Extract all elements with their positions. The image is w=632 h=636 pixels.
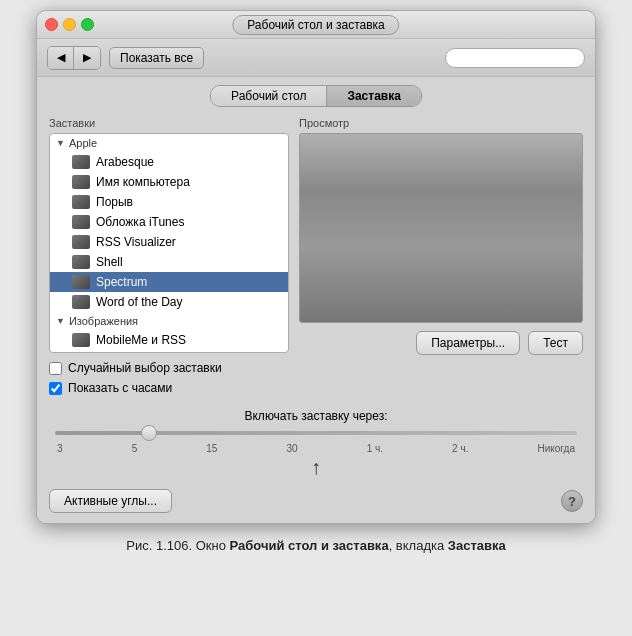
slider-container: 3 5 15 30 1 ч. 2 ч. Никогда	[49, 431, 583, 454]
left-panel: Заставки ▼ Apple Arabesque Имя компьютер…	[49, 117, 289, 355]
tab-bar: Рабочий стол Заставка	[37, 77, 595, 107]
traffic-lights	[45, 18, 94, 31]
list-item[interactable]: Имя компьютера	[50, 172, 288, 192]
screensaver-list[interactable]: ▼ Apple Arabesque Имя компьютера Порыв	[49, 133, 289, 353]
title-bar: Рабочий стол и заставка	[37, 11, 595, 39]
close-button[interactable]	[45, 18, 58, 31]
toolbar: ◀ ▶ Показать все	[37, 39, 595, 77]
clock-checkbox[interactable]	[49, 382, 62, 395]
item-icon	[72, 175, 90, 189]
random-label: Случайный выбор заставки	[68, 361, 222, 375]
caption-bold-title: Рабочий стол и заставка	[230, 538, 389, 553]
group-apple[interactable]: ▼ Apple	[50, 134, 288, 152]
item-icon	[72, 235, 90, 249]
list-item[interactable]: Arabesque	[50, 152, 288, 172]
slider-thumb[interactable]	[141, 425, 157, 441]
screensavers-label: Заставки	[49, 117, 289, 129]
triangle-icon: ▼	[56, 316, 65, 326]
slider-label: Включать заставку через:	[49, 409, 583, 423]
list-item[interactable]: Обложка iTunes	[50, 212, 288, 232]
active-corners-button[interactable]: Активные углы...	[49, 489, 172, 513]
item-icon	[72, 155, 90, 169]
content-columns: Заставки ▼ Apple Arabesque Имя компьютер…	[49, 117, 583, 355]
caption-normal2: , вкладка	[389, 538, 448, 553]
list-item[interactable]: Порыв	[50, 192, 288, 212]
checkbox-random: Случайный выбор заставки	[49, 361, 583, 375]
item-icon	[72, 255, 90, 269]
title-bar-center: Рабочий стол и заставка	[232, 15, 399, 35]
tab-desktop[interactable]: Рабочий стол	[211, 86, 327, 106]
test-button[interactable]: Тест	[528, 331, 583, 355]
content: Заставки ▼ Apple Arabesque Имя компьютер…	[37, 107, 595, 523]
group-images[interactable]: ▼ Изображения	[50, 312, 288, 330]
list-item[interactable]: MobileMe и RSS	[50, 330, 288, 350]
figure-caption: Рис. 1.106. Окно Рабочий стол и заставка…	[126, 536, 506, 556]
list-item[interactable]: Word of the Day	[50, 292, 288, 312]
search-box[interactable]	[445, 48, 585, 68]
slider-track	[55, 431, 577, 435]
caption-normal1: Окно	[192, 538, 229, 553]
random-checkbox[interactable]	[49, 362, 62, 375]
triangle-icon: ▼	[56, 138, 65, 148]
item-icon	[72, 333, 90, 347]
slider-arrow-indicator: ↑	[49, 456, 583, 479]
params-button[interactable]: Параметры...	[416, 331, 520, 355]
tab-screensaver[interactable]: Заставка	[327, 86, 420, 106]
maximize-button[interactable]	[81, 18, 94, 31]
caption-bold-tab: Заставка	[448, 538, 506, 553]
item-icon	[72, 195, 90, 209]
right-panel: Просмотр Параметры... Тест	[299, 117, 583, 355]
nav-buttons: ◀ ▶	[47, 46, 101, 70]
item-icon	[72, 275, 90, 289]
list-item[interactable]: RSS Visualizer	[50, 232, 288, 252]
minimize-button[interactable]	[63, 18, 76, 31]
forward-button[interactable]: ▶	[74, 47, 100, 69]
window-title: Рабочий стол и заставка	[232, 15, 399, 35]
slider-ticks: 3 5 15 30 1 ч. 2 ч. Никогда	[55, 443, 577, 454]
checkbox-clock: Показать с часами	[49, 381, 583, 395]
caption-prefix: Рис. 1.106.	[126, 538, 192, 553]
preview-buttons: Параметры... Тест	[299, 331, 583, 355]
bottom-area: Активные углы... ?	[49, 489, 583, 513]
search-input[interactable]	[454, 52, 576, 64]
back-button[interactable]: ◀	[48, 47, 74, 69]
item-icon	[72, 215, 90, 229]
slider-section: Включать заставку через: 3 5 15 30 1 ч. …	[49, 409, 583, 479]
tabs-container: Рабочий стол Заставка	[210, 85, 422, 107]
preferences-window: Рабочий стол и заставка ◀ ▶ Показать все…	[36, 10, 596, 524]
preview-area	[299, 133, 583, 323]
item-icon	[72, 295, 90, 309]
show-all-button[interactable]: Показать все	[109, 47, 204, 69]
clock-label: Показать с часами	[68, 381, 172, 395]
help-button[interactable]: ?	[561, 490, 583, 512]
list-item[interactable]: Shell	[50, 252, 288, 272]
preview-label: Просмотр	[299, 117, 583, 129]
list-item-selected[interactable]: Spectrum	[50, 272, 288, 292]
